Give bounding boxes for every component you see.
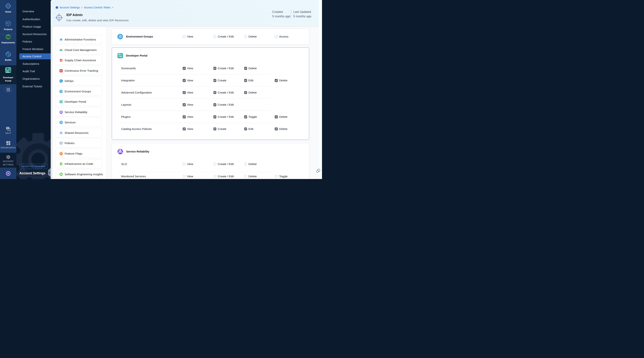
svg-text:$: $ [61,49,62,51]
svg-text:?: ? [7,127,8,129]
